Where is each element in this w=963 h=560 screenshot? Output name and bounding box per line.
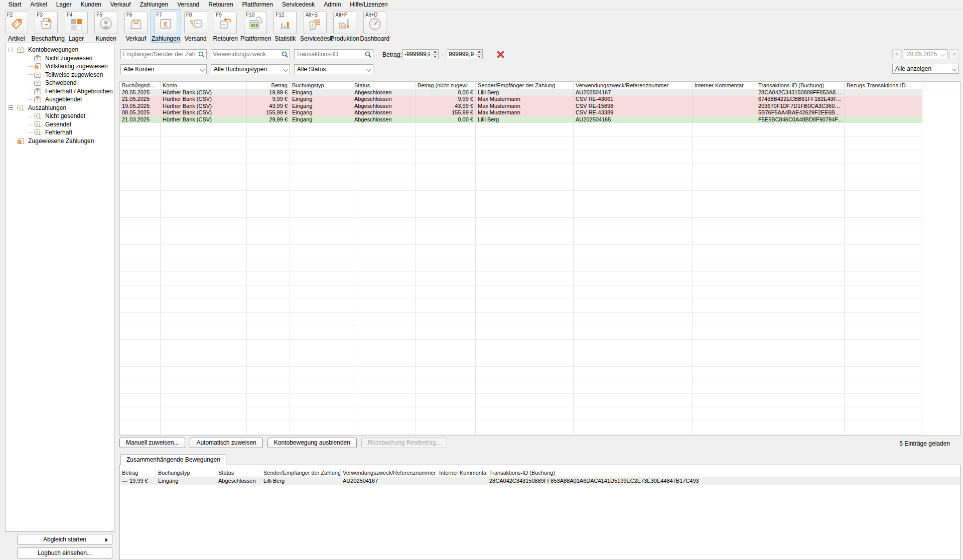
bcol-kommentar[interactable]: Interner Kommentar bbox=[437, 469, 487, 477]
col-bezugs-transaktions-id[interactable]: Bezugs-Transaktions-ID bbox=[845, 82, 922, 89]
toolbar-dashboard-button[interactable]: Alt+D Dashboard bbox=[360, 10, 390, 42]
col-verwendungszweck[interactable]: Verwendungszweck/Referenznummer bbox=[574, 82, 693, 89]
col-buchungsdatum[interactable]: Buchungsdatum bbox=[120, 82, 161, 89]
row-expander-icon[interactable]: — bbox=[122, 478, 127, 484]
bcol-verwendungszweck[interactable]: Verwendungszweck/Referenznummer bbox=[341, 469, 437, 477]
logbuch-einsehen-button[interactable]: Logbuch einsehen... bbox=[17, 547, 112, 558]
entries-loaded-status: 5 Einträge geladen bbox=[899, 440, 950, 447]
table-row[interactable]: 08.05.2025Hürther Bank (CSV) 155,99 €Ein… bbox=[120, 109, 960, 116]
menu-lager[interactable]: Lager bbox=[52, 0, 76, 10]
automatisch-zuweisen-button[interactable]: Automatisch zuweisen bbox=[190, 438, 262, 448]
tree-item-teilweise-zugewiesen[interactable]: Teilweise zugewiesen bbox=[6, 71, 114, 79]
tree-item-fehlerhaft-abgebrochen[interactable]: Fehlerhaft / Abgebrochen bbox=[6, 87, 114, 96]
toolbar-artikel-button[interactable]: F2 Artikel bbox=[2, 10, 32, 42]
menu-plattformen[interactable]: Plattformen bbox=[238, 0, 278, 10]
kontobewegung-ausblenden-button[interactable]: Kontobewegung ausblenden bbox=[267, 438, 357, 448]
toolbar-statistik-button[interactable]: F12 Statistik bbox=[270, 10, 301, 42]
search-transid-input[interactable] bbox=[295, 50, 363, 59]
date-next-button[interactable]: > bbox=[949, 49, 959, 59]
spin-down-icon[interactable] bbox=[476, 54, 482, 59]
col-kommentar[interactable]: Interner Kommentar bbox=[693, 82, 756, 89]
menu-retouren[interactable]: Retouren bbox=[204, 0, 237, 10]
bcol-status[interactable]: Status bbox=[216, 469, 261, 477]
menu-kunden[interactable]: Kunden bbox=[76, 0, 105, 10]
tree-item-nicht-zugewiesen[interactable]: Nicht zugewiesen bbox=[6, 54, 114, 63]
manuell-zuweisen-button[interactable]: Manuell zuweisen... bbox=[119, 438, 185, 448]
col-betrag-nicht-zugewiesen[interactable]: Betrag (nicht zugewiesen) bbox=[416, 82, 476, 89]
menu-versand[interactable]: Versand bbox=[173, 0, 204, 10]
col-sender[interactable]: Sender/Empfänger der Zahlung bbox=[476, 82, 574, 89]
tree-item-schwebend[interactable]: Schwebend bbox=[6, 79, 114, 87]
table-row[interactable]: 21.05.2025Hürther Bank (CSV) 9,99 €Einga… bbox=[120, 96, 960, 102]
tree-item-vollstaendig-zugewiesen[interactable]: € Vollständig zugewiesen bbox=[6, 62, 114, 71]
menu-start[interactable]: Start bbox=[4, 0, 26, 10]
toolbar-verkauf-button[interactable]: F6 Verkauf bbox=[121, 10, 151, 42]
col-konto[interactable]: Konto bbox=[161, 82, 247, 89]
abgleich-starten-button[interactable]: Abgleich starten bbox=[17, 534, 112, 545]
betrag-min-input[interactable] bbox=[403, 50, 432, 59]
search-sender-input[interactable] bbox=[121, 50, 196, 59]
table-row[interactable]: 28.05.2025Hürther Bank (CSV) 19,99 €Eing… bbox=[120, 89, 960, 96]
tree-collapse-icon[interactable] bbox=[9, 105, 13, 110]
spin-up-icon[interactable] bbox=[432, 50, 438, 54]
buchungstypen-value: Alle Buchungstypen bbox=[214, 66, 267, 73]
search-zweck-input[interactable] bbox=[211, 50, 280, 59]
table-row[interactable]: 19.05.2025Hürther Bank (CSV) 43,99 €Eing… bbox=[120, 103, 960, 109]
menu-zahlungen[interactable]: Zahlungen bbox=[135, 0, 173, 10]
toolbar-kunden-button[interactable]: F5 Kunden bbox=[91, 10, 121, 42]
toolbar-produktion-button[interactable]: Alt+P Produktion bbox=[330, 10, 360, 42]
toolbar-zahlungen-button[interactable]: F7 € Zahlungen bbox=[151, 10, 181, 42]
toolbar-label: Kunden bbox=[91, 36, 121, 42]
bcol-sender[interactable]: Sender/Empfänger der Zahlung bbox=[261, 469, 341, 477]
col-betrag[interactable]: Betrag bbox=[247, 82, 290, 89]
toolbar-beschaffung-button[interactable]: F3 Beschaffung bbox=[32, 10, 62, 42]
menu-verkauf[interactable]: Verkauf bbox=[106, 0, 135, 10]
betrag-max-input[interactable] bbox=[447, 50, 476, 59]
col-buchungstyp[interactable]: Buchungstyp bbox=[290, 82, 352, 89]
spin-down-icon[interactable] bbox=[432, 54, 438, 59]
spin-up-icon[interactable] bbox=[476, 50, 482, 54]
tree-item-ausgeblendet[interactable]: Ausgeblendet bbox=[6, 95, 114, 104]
tree-item-nicht-gesendet[interactable]: € Nicht gesendet bbox=[6, 112, 114, 120]
toolbar-versand-button[interactable]: F8 Versand bbox=[181, 10, 211, 42]
toolbar-plattformen-button[interactable]: F10 Plattformen bbox=[240, 10, 270, 42]
toolbar-retouren-button[interactable]: F9 Retouren bbox=[211, 10, 241, 42]
bcol-betrag[interactable]: Betrag bbox=[120, 469, 156, 477]
tree-item-kontobewegungen[interactable]: Kontobewegungen bbox=[6, 46, 114, 54]
date-combo[interactable]: 28.05.2025 bbox=[904, 49, 947, 59]
col-transaktions-id[interactable]: Transaktions-ID (Buchung) bbox=[756, 82, 845, 89]
servicedesk-ticket-icon bbox=[308, 16, 323, 31]
search-icon[interactable] bbox=[196, 50, 206, 59]
bottom-table-row[interactable]: —19,99 € Eingang Abgeschlossen Lilli Ber… bbox=[120, 477, 960, 485]
tree-item-gesendet[interactable]: € Gesendet bbox=[6, 120, 114, 129]
betrag-max-spinner bbox=[447, 49, 483, 59]
menu-artikel[interactable]: Artikel bbox=[26, 0, 51, 10]
menu-servicedesk[interactable]: Servicedesk bbox=[278, 0, 319, 10]
anzeigen-combo[interactable]: Alle anzeigen bbox=[892, 64, 959, 74]
toolbar-servicedesk-button[interactable]: Alt+S Servicedesk bbox=[300, 10, 330, 42]
status-combo[interactable]: Alle Status bbox=[294, 64, 373, 74]
search-icon[interactable] bbox=[280, 50, 290, 59]
date-prev-button[interactable]: < bbox=[892, 49, 902, 59]
tree-collapse-icon[interactable] bbox=[9, 48, 13, 52]
buchungstypen-combo[interactable]: Alle Buchungstypen bbox=[211, 64, 290, 74]
col-status[interactable]: Status bbox=[352, 82, 416, 89]
tree-item-label: Gesendet bbox=[45, 121, 71, 128]
tree-item-label: Fehlerhaft bbox=[45, 129, 72, 136]
menu-admin[interactable]: Admin bbox=[319, 0, 345, 10]
menu-hilfe-lizenzen[interactable]: Hilfe/Lizenzen bbox=[345, 0, 392, 10]
table-row[interactable]: 21.03.2025Hürther Bank (CSV) 29,99 €Eing… bbox=[120, 116, 960, 123]
bcol-buchungstyp[interactable]: Buchungstyp bbox=[156, 469, 216, 477]
tab-zusammenhaengende-bewegungen[interactable]: Zusammenhängende Bewegungen bbox=[120, 454, 226, 465]
bcol-transaktions-id[interactable]: Transaktions-ID (Buchung) bbox=[487, 469, 960, 477]
search-icon[interactable] bbox=[363, 50, 373, 59]
shipping-speed-icon bbox=[188, 16, 203, 31]
tree-item-label: Nicht zugewiesen bbox=[45, 55, 92, 62]
toolbar-lager-button[interactable]: F4 Lager bbox=[61, 10, 91, 42]
tree-item-auszahlungen[interactable]: € Auszahlungen bbox=[6, 104, 114, 112]
ledger-icon bbox=[34, 88, 42, 95]
konten-combo[interactable]: Alle Konten bbox=[120, 64, 207, 74]
clear-filter-button[interactable] bbox=[494, 49, 506, 59]
tree-item-zugewiesene-zahlungen[interactable]: € Zugewiesene Zahlungen bbox=[6, 137, 114, 146]
tree-item-fehlerhaft[interactable]: € Fehlerhaft bbox=[6, 128, 114, 137]
